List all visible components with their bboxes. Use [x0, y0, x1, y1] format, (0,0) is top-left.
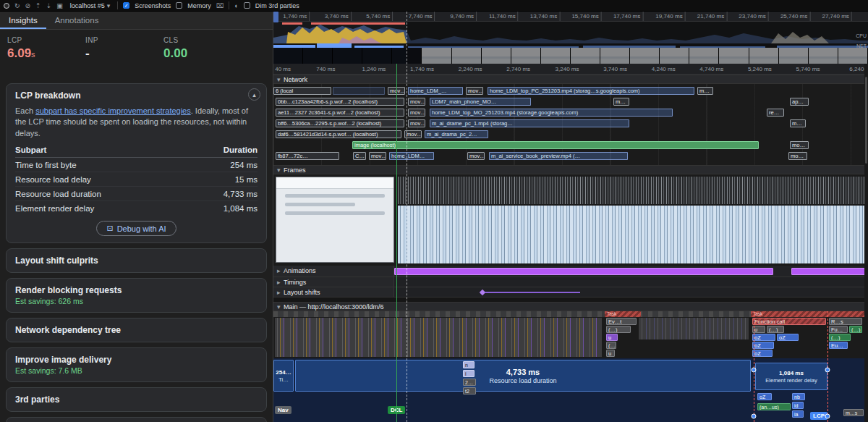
network-request[interactable]: m_ai_drama_pc_2… — [425, 130, 488, 138]
reload-and-record-icon[interactable]: ↻ — [14, 2, 20, 9]
flame-node[interactable]: oZ — [752, 334, 775, 341]
flame-node[interactable]: ia — [792, 410, 804, 418]
main-thread-section-header[interactable]: Main — http://localhost:3000/ldm/6 — [273, 302, 868, 311]
network-request[interactable]: LDM7_main_phone_MO… — [430, 98, 531, 106]
flame-node[interactable]: id — [792, 402, 804, 409]
network-request[interactable]: home_LDM_top_MO_251203.mp4 (storage.goog… — [430, 109, 673, 117]
network-request[interactable]: mov… — [408, 109, 425, 117]
flame-node[interactable]: i — [463, 370, 475, 377]
insight-card-3rd-parties[interactable]: 3rd parties — [6, 387, 267, 412]
live-metrics-icon[interactable]: ▣ — [56, 2, 63, 9]
network-request[interactable]: mo… — [788, 152, 807, 160]
table-row[interactable]: Resource load delay15 ms — [15, 172, 258, 187]
detail-time-ruler[interactable]: 40 ms740 ms1,240 ms1,740 ms2,240 ms2,740… — [273, 64, 868, 75]
network-request[interactable]: fb87…72c… — [276, 152, 339, 160]
range-handle[interactable] — [825, 414, 830, 419]
insight-card-layout-shift-culprits[interactable]: Layout shift culprits — [6, 248, 267, 273]
network-request[interactable]: mov… — [408, 98, 425, 106]
vertical-scrollbar[interactable] — [864, 64, 868, 422]
load-profile-icon[interactable]: ⇡ — [35, 2, 41, 9]
task-segment[interactable]: Task — [605, 311, 641, 317]
animation-bar[interactable] — [394, 268, 773, 275]
metric-lcp[interactable]: LCP 6.09s — [1, 36, 80, 61]
network-request[interactable]: home_LDM_top_PC_251203.mp4 (storag…s.goo… — [488, 87, 694, 95]
collect-garbage-icon[interactable]: ⌧ — [216, 2, 224, 9]
network-request[interactable]: mov… — [369, 152, 386, 160]
flame-node[interactable]: Ev…t — [606, 318, 637, 325]
tab-annotations[interactable]: Annotations — [46, 12, 108, 29]
frame-duration-bars[interactable] — [398, 206, 866, 263]
insight-card-forced-reflow[interactable]: Forced reflow — [6, 417, 267, 422]
range-handle[interactable] — [752, 414, 757, 419]
flame-node[interactable]: 2… — [463, 379, 476, 386]
filmstrip-thumbnail[interactable] — [303, 48, 333, 64]
collapse-card-button[interactable]: ▴ — [248, 88, 260, 101]
range-handle[interactable] — [825, 368, 830, 373]
network-request[interactable]: ap… — [790, 98, 809, 106]
network-request[interactable]: m… — [613, 98, 629, 106]
metric-inp[interactable]: INP - — [80, 36, 158, 61]
dim-3rd-parties-checkbox[interactable] — [244, 2, 250, 9]
task-segment[interactable]: Task — [751, 311, 868, 317]
clear-icon[interactable]: ⊘ — [25, 2, 31, 9]
flame-node[interactable]: Fu… — [829, 326, 848, 333]
network-request[interactable]: re… — [767, 109, 784, 117]
flame-node[interactable]: t2 — [463, 387, 476, 394]
flame-node[interactable]: oZ — [757, 393, 772, 400]
insight-card-render-blocking-requests[interactable]: Render blocking requests Est savings: 62… — [6, 278, 267, 313]
network-request[interactable]: home_LDM_… — [408, 87, 463, 95]
network-request[interactable]: mov… — [467, 152, 485, 160]
network-request[interactable]: 6 (local — [273, 87, 331, 95]
flame-node[interactable]: Eu… — [829, 342, 848, 349]
flame-node[interactable]: u — [606, 334, 618, 341]
network-section-header[interactable]: Network — [273, 75, 868, 84]
screenshots-checkbox[interactable]: ✓ — [123, 2, 129, 9]
flame-node[interactable]: oZ — [777, 334, 799, 341]
flame-node[interactable]: oZ — [752, 342, 774, 349]
flame-node[interactable]: m…s — [843, 409, 864, 416]
flame-node[interactable]: Function call — [752, 318, 826, 325]
range-handle[interactable] — [752, 368, 757, 373]
network-request[interactable]: mo… — [790, 141, 809, 149]
network-request[interactable]: m_ai_drame_pc_1.mp4 (storag… — [430, 119, 629, 127]
network-request[interactable]: image (localhost) — [352, 141, 759, 149]
network-request[interactable]: m_ai_service_book_preview.mp4 (… — [489, 152, 628, 160]
flame-node[interactable]: R…s — [829, 318, 862, 325]
flame-node[interactable]: (…) — [849, 326, 862, 333]
overview-time-ruler[interactable]: 1,740 ms3,740 ms5,740 ms7,740 ms9,740 ms… — [273, 12, 868, 22]
table-row[interactable]: Time to first byte254 ms — [15, 158, 258, 172]
network-request[interactable]: m… — [697, 87, 713, 95]
subpart-strategies-link[interactable]: subpart has specific improvement strateg… — [35, 106, 191, 115]
network-request[interactable]: 0bb…c123aa42fb6-s.p.wof…2 (localhost) — [276, 98, 404, 106]
flame-node[interactable]: oZ — [752, 350, 773, 357]
flame-node[interactable]: nb — [792, 393, 805, 400]
flame-node[interactable]: (an…us) — [757, 403, 791, 410]
timings-section-header[interactable]: Timings — [273, 277, 394, 287]
insight-card-network-dependency-tree[interactable]: Network dependency tree — [6, 318, 267, 342]
flame-node[interactable]: (…) — [606, 342, 616, 349]
flame-node[interactable]: u — [606, 350, 615, 357]
scrollbar-thumb[interactable] — [865, 77, 867, 164]
tab-insights[interactable]: Insights — [0, 12, 46, 29]
animation-bar[interactable] — [791, 268, 867, 275]
network-request[interactable]: mov… — [408, 119, 425, 127]
insight-card-improve-image-delivery[interactable]: Improve image delivery Est savings: 7.6 … — [6, 347, 267, 382]
panel-resize-handle[interactable] — [273, 12, 278, 22]
record-icon[interactable] — [4, 3, 9, 9]
flame-node[interactable]: (…) — [767, 326, 784, 333]
memory-checkbox[interactable] — [176, 2, 182, 9]
save-profile-icon[interactable]: ⇣ — [46, 2, 52, 9]
flame-node[interactable]: (…) — [829, 334, 851, 341]
flame-node[interactable]: n — [463, 361, 475, 368]
lcp-subpart-span[interactable]: 254…Ti… — [273, 360, 294, 392]
animations-section-header[interactable]: Animations — [273, 266, 394, 277]
filmstrip-thumbnail[interactable] — [333, 48, 362, 64]
frame-duration-bars[interactable] — [398, 177, 866, 204]
frames-section-header[interactable]: Frames — [273, 165, 868, 174]
metric-cls[interactable]: CLS 0.00 — [158, 36, 236, 61]
table-row[interactable]: Element render delay1,084 ms — [15, 201, 258, 215]
lcp-subpart-span[interactable]: 4,733 msResource load duration — [295, 360, 751, 392]
network-request[interactable]: C… — [353, 152, 366, 160]
debug-with-ai-button[interactable]: ⊡Debug with AI — [96, 221, 176, 236]
filmstrip-thumbnail[interactable] — [362, 48, 392, 64]
